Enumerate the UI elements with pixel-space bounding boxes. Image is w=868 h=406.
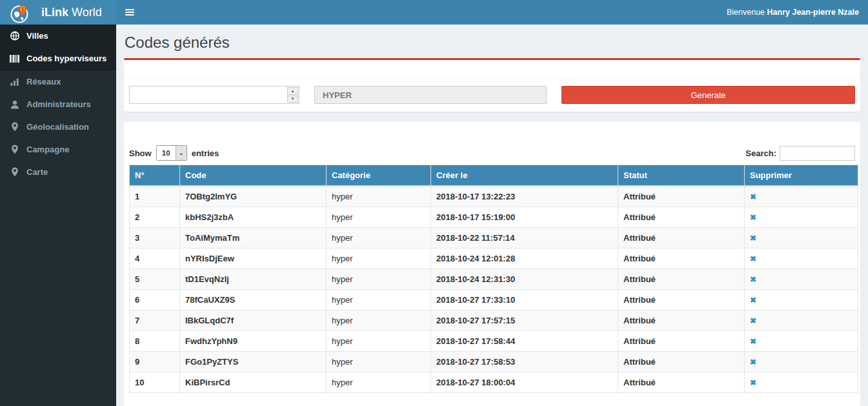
cell-num: 9 xyxy=(130,352,180,372)
delete-icon[interactable]: ✖ xyxy=(750,213,756,222)
delete-icon[interactable]: ✖ xyxy=(750,358,756,367)
cell-created: 2018-10-17 15:19:00 xyxy=(431,207,618,228)
search-label: Search: xyxy=(745,148,776,158)
search-control: Search: xyxy=(745,146,855,161)
stepper-down-icon[interactable]: ▼ xyxy=(287,96,298,103)
delete-icon[interactable]: ✖ xyxy=(750,275,756,284)
page-length-value: 10 xyxy=(157,146,176,160)
cell-created: 2018-10-27 17:57:15 xyxy=(431,310,618,331)
quantity-field-wrapper: ▲ ▼ xyxy=(129,86,299,104)
cell-num: 4 xyxy=(130,249,180,269)
delete-icon[interactable]: ✖ xyxy=(750,254,756,263)
sidebar-item-campagne[interactable]: Campagne xyxy=(0,138,116,161)
page-length-control: Show 10 ⌄ entries xyxy=(129,145,219,161)
col-header-code[interactable]: Code xyxy=(180,165,327,187)
cell-status: Attribué xyxy=(618,228,745,249)
cell-category: hyper xyxy=(327,331,431,352)
cell-status: Attribué xyxy=(618,186,745,207)
cell-delete: ✖ xyxy=(745,269,858,290)
codes-table: N° Code Catégorie Créer le Statut Suppri… xyxy=(129,165,858,393)
cell-status: Attribué xyxy=(618,352,745,372)
table-row: 17OBtg2lmYGhyper2018-10-17 13:22:23Attri… xyxy=(130,186,858,207)
sidebar-item-villes[interactable]: Villes xyxy=(0,25,116,47)
generator-panel-header xyxy=(124,60,860,79)
stepper-up-icon[interactable]: ▲ xyxy=(287,87,298,95)
table-row: 2kbHS2j3zbAhyper2018-10-17 15:19:00Attri… xyxy=(130,207,858,228)
sidebar-item-label: Villes xyxy=(26,31,48,41)
col-header-supprimer[interactable]: Supprimer xyxy=(745,165,858,187)
sidebar-item-label: Codes hyperviseurs xyxy=(26,54,106,63)
cell-category: hyper xyxy=(327,372,431,393)
brand-logo[interactable]: $ iLink World xyxy=(0,0,116,25)
cell-code: kbHS2j3zbA xyxy=(180,207,327,228)
cell-delete: ✖ xyxy=(745,207,858,228)
generate-button[interactable]: Generate xyxy=(561,86,855,104)
globe-icon xyxy=(10,31,20,41)
cell-created: 2018-10-27 17:33:10 xyxy=(431,290,618,310)
sidebar: Villes Codes hyperviseurs Réseaux Admini… xyxy=(0,25,116,406)
search-input[interactable] xyxy=(780,146,855,161)
top-bar: $ iLink World Bienvenue Hanry Jean-pierr… xyxy=(0,0,868,25)
cell-num: 2 xyxy=(130,207,180,228)
chevron-down-icon: ⌄ xyxy=(176,146,187,160)
table-header-row: N° Code Catégorie Créer le Statut Suppri… xyxy=(130,165,858,187)
cell-code: nYRIsDjEew xyxy=(180,249,327,269)
sidebar-item-administrateurs[interactable]: Administrateurs xyxy=(0,93,116,116)
cell-code: 7OBtg2lmYG xyxy=(180,186,327,207)
sidebar-item-reseaux[interactable]: Réseaux xyxy=(0,70,116,93)
quantity-stepper[interactable]: ▲ ▼ xyxy=(287,86,299,103)
sidebar-toggle-button[interactable] xyxy=(125,9,134,15)
cell-created: 2018-10-24 12:01:28 xyxy=(431,249,618,269)
sidebar-item-geolocalisation[interactable]: Géolocalisation xyxy=(0,116,116,138)
cell-created: 2018-10-24 12:31:30 xyxy=(431,269,618,290)
delete-icon[interactable]: ✖ xyxy=(750,337,756,346)
app-title: iLink World xyxy=(41,6,102,19)
cell-num: 5 xyxy=(130,269,180,290)
cell-code: tD1EvqNzIj xyxy=(180,269,327,290)
delete-icon[interactable]: ✖ xyxy=(750,192,756,201)
sidebar-item-label: Réseaux xyxy=(26,77,61,86)
page-length-select[interactable]: 10 ⌄ xyxy=(156,145,187,161)
sidebar-item-label: Géolocalisation xyxy=(26,122,89,132)
cell-delete: ✖ xyxy=(745,186,858,207)
cell-delete: ✖ xyxy=(745,331,858,352)
welcome-text: Bienvenue Hanry Jean-pierre Nzale xyxy=(727,8,859,17)
cell-created: 2018-10-22 11:57:14 xyxy=(431,228,618,249)
svg-text:$: $ xyxy=(21,6,24,12)
table-row: 7IBkGLqdC7fhyper2018-10-27 17:57:15Attri… xyxy=(130,310,858,331)
sidebar-item-codes-hyperviseurs[interactable]: Codes hyperviseurs xyxy=(0,47,116,70)
ilink-globe-pin-logo-icon: $ xyxy=(10,2,30,24)
quantity-input[interactable] xyxy=(130,86,287,103)
cell-category: hyper xyxy=(327,186,431,207)
navbar: Bienvenue Hanry Jean-pierre Nzale xyxy=(116,0,868,25)
cell-status: Attribué xyxy=(618,290,745,310)
table-row: 3ToAiMymaTmhyper2018-10-22 11:57:14Attri… xyxy=(130,228,858,249)
col-header-categorie[interactable]: Catégorie xyxy=(327,165,431,187)
cell-num: 1 xyxy=(130,186,180,207)
sidebar-item-carte[interactable]: Carte xyxy=(0,161,116,183)
delete-icon[interactable]: ✖ xyxy=(750,296,756,305)
code-generator-panel: ▲ ▼ Generate xyxy=(124,58,860,112)
page-title: Codes générés xyxy=(125,34,860,52)
cell-code: FwdhzYphN9 xyxy=(180,331,327,352)
entries-label: entries xyxy=(192,148,219,158)
col-header-statut[interactable]: Statut xyxy=(618,165,745,187)
delete-icon[interactable]: ✖ xyxy=(750,234,756,243)
delete-icon[interactable]: ✖ xyxy=(750,316,756,325)
table-row: 8FwdhzYphN9hyper2018-10-27 17:58:44Attri… xyxy=(130,331,858,352)
cell-delete: ✖ xyxy=(745,352,858,372)
table-row: 10KiBPirsrCdhyper2018-10-27 18:00:04Attr… xyxy=(130,372,858,393)
col-header-num[interactable]: N° xyxy=(130,165,180,187)
sidebar-item-label: Campagne xyxy=(26,145,69,154)
cell-status: Attribué xyxy=(618,310,745,331)
delete-icon[interactable]: ✖ xyxy=(750,378,756,387)
category-input[interactable] xyxy=(314,86,547,104)
cell-code: IBkGLqdC7f xyxy=(180,310,327,331)
user-icon xyxy=(10,100,20,109)
cell-code: 78fCaUXZ9S xyxy=(180,290,327,310)
cell-created: 2018-10-27 17:58:44 xyxy=(431,331,618,352)
table-row: 5tD1EvqNzIjhyper2018-10-24 12:31:30Attri… xyxy=(130,269,858,290)
col-header-creer-le[interactable]: Créer le xyxy=(431,165,618,187)
cell-category: hyper xyxy=(327,310,431,331)
cell-delete: ✖ xyxy=(745,290,858,310)
